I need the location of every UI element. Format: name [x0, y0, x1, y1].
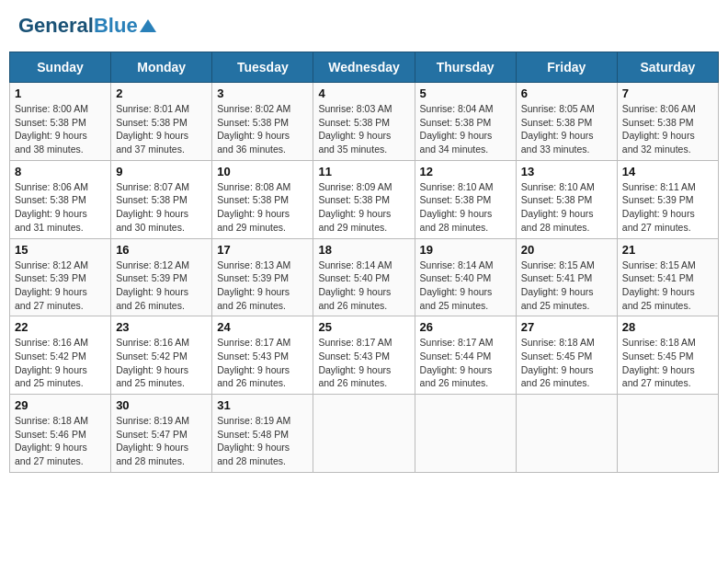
calendar-cell: 3 Sunrise: 8:02 AM Sunset: 5:38 PM Dayli… [212, 83, 313, 161]
calendar-week-row: 22 Sunrise: 8:16 AM Sunset: 5:42 PM Dayl… [10, 316, 719, 395]
day-info: Sunrise: 8:17 AM Sunset: 5:43 PM Dayligh… [318, 337, 392, 388]
day-number: 16 [116, 243, 207, 257]
calendar-cell: 13 Sunrise: 8:10 AM Sunset: 5:38 PM Dayl… [516, 160, 617, 238]
day-number: 22 [15, 320, 106, 334]
day-number: 23 [116, 320, 207, 334]
calendar-cell: 28 Sunrise: 8:18 AM Sunset: 5:45 PM Dayl… [617, 316, 718, 395]
calendar-cell: 24 Sunrise: 8:17 AM Sunset: 5:43 PM Dayl… [212, 316, 313, 395]
day-number: 21 [622, 243, 713, 257]
calendar-cell: 4 Sunrise: 8:03 AM Sunset: 5:38 PM Dayli… [313, 83, 415, 161]
day-number: 13 [521, 165, 612, 178]
day-info: Sunrise: 8:11 AM Sunset: 5:39 PM Dayligh… [622, 181, 696, 233]
day-number: 5 [420, 86, 511, 100]
day-info: Sunrise: 8:03 AM Sunset: 5:38 PM Dayligh… [318, 103, 392, 155]
day-number: 3 [217, 86, 308, 100]
calendar-cell: 26 Sunrise: 8:17 AM Sunset: 5:44 PM Dayl… [415, 316, 516, 395]
day-info: Sunrise: 8:17 AM Sunset: 5:43 PM Dayligh… [217, 337, 290, 388]
calendar-header-row: SundayMondayTuesdayWednesdayThursdayFrid… [10, 52, 719, 83]
calendar-cell: 6 Sunrise: 8:05 AM Sunset: 5:38 PM Dayli… [516, 83, 617, 161]
day-info: Sunrise: 8:15 AM Sunset: 5:41 PM Dayligh… [521, 259, 595, 311]
day-number: 10 [217, 165, 308, 178]
day-number: 29 [15, 398, 106, 412]
calendar-cell: 14 Sunrise: 8:11 AM Sunset: 5:39 PM Dayl… [617, 160, 718, 238]
day-number: 11 [318, 165, 409, 178]
day-info: Sunrise: 8:02 AM Sunset: 5:38 PM Dayligh… [217, 103, 290, 155]
day-info: Sunrise: 8:04 AM Sunset: 5:38 PM Dayligh… [420, 103, 494, 155]
calendar-cell: 30 Sunrise: 8:19 AM Sunset: 5:47 PM Dayl… [111, 395, 212, 473]
day-info: Sunrise: 8:18 AM Sunset: 5:45 PM Dayligh… [622, 337, 696, 388]
day-number: 31 [217, 398, 308, 412]
calendar-cell: 11 Sunrise: 8:09 AM Sunset: 5:38 PM Dayl… [313, 160, 415, 238]
calendar-cell: 1 Sunrise: 8:00 AM Sunset: 5:38 PM Dayli… [10, 83, 111, 161]
calendar-cell: 21 Sunrise: 8:15 AM Sunset: 5:41 PM Dayl… [617, 238, 718, 316]
day-number: 19 [420, 243, 511, 257]
weekday-header: Monday [111, 52, 212, 83]
day-info: Sunrise: 8:06 AM Sunset: 5:38 PM Dayligh… [15, 181, 88, 233]
day-number: 15 [15, 243, 106, 257]
weekday-header: Tuesday [212, 52, 313, 83]
day-number: 2 [116, 86, 207, 100]
calendar-cell: 15 Sunrise: 8:12 AM Sunset: 5:39 PM Dayl… [10, 238, 111, 316]
calendar-cell: 20 Sunrise: 8:15 AM Sunset: 5:41 PM Dayl… [516, 238, 617, 316]
calendar-cell: 16 Sunrise: 8:12 AM Sunset: 5:39 PM Dayl… [111, 238, 212, 316]
day-info: Sunrise: 8:16 AM Sunset: 5:42 PM Dayligh… [116, 337, 189, 388]
svg-marker-0 [140, 19, 156, 32]
day-number: 27 [521, 320, 612, 334]
day-info: Sunrise: 8:15 AM Sunset: 5:41 PM Dayligh… [622, 259, 696, 311]
weekday-header: Saturday [617, 52, 718, 83]
calendar-cell: 29 Sunrise: 8:18 AM Sunset: 5:46 PM Dayl… [10, 395, 111, 473]
day-info: Sunrise: 8:10 AM Sunset: 5:38 PM Dayligh… [521, 181, 595, 233]
day-info: Sunrise: 8:06 AM Sunset: 5:38 PM Dayligh… [622, 103, 696, 155]
day-number: 12 [420, 165, 511, 178]
day-info: Sunrise: 8:08 AM Sunset: 5:38 PM Dayligh… [217, 181, 290, 233]
calendar-cell [415, 395, 516, 473]
day-number: 24 [217, 320, 308, 334]
calendar-cell: 19 Sunrise: 8:14 AM Sunset: 5:40 PM Dayl… [415, 238, 516, 316]
calendar-week-row: 1 Sunrise: 8:00 AM Sunset: 5:38 PM Dayli… [10, 83, 719, 161]
header: GeneralBlue [9, 9, 719, 42]
day-number: 4 [318, 86, 409, 100]
day-number: 18 [318, 243, 409, 257]
calendar: SundayMondayTuesdayWednesdayThursdayFrid… [9, 52, 719, 473]
day-info: Sunrise: 8:07 AM Sunset: 5:38 PM Dayligh… [116, 181, 189, 233]
calendar-cell: 12 Sunrise: 8:10 AM Sunset: 5:38 PM Dayl… [415, 160, 516, 238]
day-info: Sunrise: 8:13 AM Sunset: 5:39 PM Dayligh… [217, 259, 290, 311]
calendar-cell: 27 Sunrise: 8:18 AM Sunset: 5:45 PM Dayl… [516, 316, 617, 395]
calendar-cell: 10 Sunrise: 8:08 AM Sunset: 5:38 PM Dayl… [212, 160, 313, 238]
day-info: Sunrise: 8:19 AM Sunset: 5:48 PM Dayligh… [217, 415, 290, 466]
day-number: 25 [318, 320, 409, 334]
calendar-cell: 8 Sunrise: 8:06 AM Sunset: 5:38 PM Dayli… [10, 160, 111, 238]
day-info: Sunrise: 8:19 AM Sunset: 5:47 PM Dayligh… [116, 415, 189, 466]
calendar-week-row: 29 Sunrise: 8:18 AM Sunset: 5:46 PM Dayl… [10, 395, 719, 473]
day-info: Sunrise: 8:00 AM Sunset: 5:38 PM Dayligh… [15, 103, 88, 155]
day-number: 26 [420, 320, 511, 334]
day-info: Sunrise: 8:16 AM Sunset: 5:42 PM Dayligh… [15, 337, 88, 388]
day-number: 28 [622, 320, 713, 334]
calendar-cell: 7 Sunrise: 8:06 AM Sunset: 5:38 PM Dayli… [617, 83, 718, 161]
weekday-header: Friday [516, 52, 617, 83]
day-number: 6 [521, 86, 612, 100]
calendar-cell: 9 Sunrise: 8:07 AM Sunset: 5:38 PM Dayli… [111, 160, 212, 238]
calendar-cell: 5 Sunrise: 8:04 AM Sunset: 5:38 PM Dayli… [415, 83, 516, 161]
calendar-cell: 18 Sunrise: 8:14 AM Sunset: 5:40 PM Dayl… [313, 238, 415, 316]
day-info: Sunrise: 8:14 AM Sunset: 5:40 PM Dayligh… [420, 259, 494, 311]
logo: GeneralBlue [18, 14, 156, 38]
calendar-cell: 17 Sunrise: 8:13 AM Sunset: 5:39 PM Dayl… [212, 238, 313, 316]
day-info: Sunrise: 8:18 AM Sunset: 5:46 PM Dayligh… [15, 415, 88, 466]
day-info: Sunrise: 8:09 AM Sunset: 5:38 PM Dayligh… [318, 181, 392, 233]
day-number: 1 [15, 86, 106, 100]
day-info: Sunrise: 8:14 AM Sunset: 5:40 PM Dayligh… [318, 259, 392, 311]
day-info: Sunrise: 8:12 AM Sunset: 5:39 PM Dayligh… [116, 259, 189, 311]
calendar-cell [617, 395, 718, 473]
day-number: 30 [116, 398, 207, 412]
day-number: 17 [217, 243, 308, 257]
logo-arrow-icon [140, 17, 156, 34]
logo-text: GeneralBlue [18, 14, 138, 38]
calendar-cell: 23 Sunrise: 8:16 AM Sunset: 5:42 PM Dayl… [111, 316, 212, 395]
weekday-header: Sunday [10, 52, 111, 83]
day-info: Sunrise: 8:17 AM Sunset: 5:44 PM Dayligh… [420, 337, 494, 388]
day-number: 7 [622, 86, 713, 100]
calendar-cell [313, 395, 415, 473]
day-number: 8 [15, 165, 106, 178]
calendar-cell: 2 Sunrise: 8:01 AM Sunset: 5:38 PM Dayli… [111, 83, 212, 161]
